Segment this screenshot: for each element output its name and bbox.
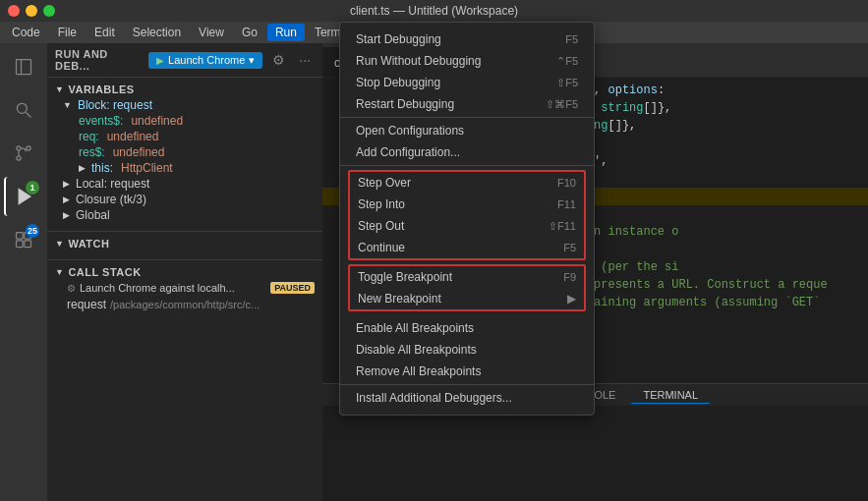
call-stack-request-item[interactable]: request /packages/common/http/src/c...	[47, 296, 322, 313]
menu-section-config: Open Configurations Add Configuration...	[340, 118, 594, 166]
menu-code[interactable]: Code	[4, 24, 48, 41]
activity-search[interactable]	[4, 90, 43, 130]
svg-line-3	[27, 113, 31, 118]
global-item[interactable]: ▶ Global	[47, 207, 322, 223]
closure-item[interactable]: ▶ Closure (tk/3)	[47, 192, 322, 207]
watch-header[interactable]: ▼ WATCH	[47, 236, 322, 251]
global-label: Global	[76, 208, 110, 222]
run-config-button[interactable]: ▶ Launch Chrome ▾	[148, 52, 262, 69]
paused-badge: PAUSED	[270, 282, 315, 294]
stop-debugging-label: Stop Debugging	[356, 76, 440, 89]
menu-start-debugging[interactable]: Start Debugging F5	[340, 28, 594, 50]
run-without-shortcut: ⌃F5	[556, 55, 578, 68]
menu-edit[interactable]: Edit	[87, 24, 123, 41]
menu-view[interactable]: View	[191, 24, 232, 41]
run-panel-title: RUN AND DEB...	[55, 48, 143, 72]
req-item[interactable]: req: undefined	[47, 129, 322, 144]
menu-remove-all[interactable]: Remove All Breakpoints	[340, 361, 594, 382]
menu-section-breakpoints: Toggle Breakpoint F9 New Breakpoint ▶	[348, 264, 586, 311]
watch-label: WATCH	[68, 238, 109, 250]
menu-new-breakpoint[interactable]: New Breakpoint ▶	[350, 288, 584, 309]
activity-explorer[interactable]	[4, 47, 43, 86]
svg-point-5	[17, 156, 21, 160]
step-into-shortcut: F11	[557, 198, 576, 210]
run-dropdown-menu: Start Debugging F5 Run Without Debugging…	[339, 22, 595, 416]
req-value: undefined	[107, 130, 159, 143]
maximize-button[interactable]	[43, 5, 55, 17]
events-item[interactable]: events$: undefined	[47, 113, 322, 129]
this-label: this:	[91, 161, 113, 175]
more-button[interactable]: ···	[295, 50, 315, 70]
menu-restart-debugging[interactable]: Restart Debugging ⇧⌘F5	[340, 93, 594, 115]
tab-terminal[interactable]: TERMINAL	[631, 387, 710, 404]
restart-debugging-shortcut: ⇧⌘F5	[546, 98, 578, 111]
menu-install-debuggers[interactable]: Install Additional Debuggers...	[340, 387, 594, 409]
menu-step-over[interactable]: Step Over F10	[350, 172, 584, 194]
menu-step-into[interactable]: Step Into F11	[350, 194, 584, 215]
continue-shortcut: F5	[563, 242, 576, 253]
this-item[interactable]: ▶ this: HttpClient	[47, 160, 322, 176]
menu-selection[interactable]: Selection	[125, 24, 189, 41]
variables-label: VARIABLES	[68, 84, 134, 95]
variables-chevron: ▼	[55, 84, 64, 94]
this-value: HttpClient	[121, 161, 173, 175]
step-out-label: Step Out	[358, 219, 404, 233]
menu-continue[interactable]: Continue F5	[350, 237, 584, 258]
events-value: undefined	[131, 114, 183, 128]
svg-rect-0	[17, 60, 31, 75]
this-expand-icon: ▶	[79, 163, 86, 173]
call-stack-file: /packages/common/http/src/c...	[110, 299, 260, 310]
minimize-button[interactable]	[26, 5, 37, 17]
svg-rect-11	[25, 241, 31, 248]
res-item[interactable]: res$: undefined	[47, 144, 322, 160]
step-out-shortcut: ⇧F11	[549, 220, 576, 233]
step-into-label: Step Into	[358, 197, 405, 211]
debug-badge: 1	[26, 181, 39, 195]
open-config-label: Open Configurations	[356, 124, 464, 138]
global-expand-icon: ▶	[63, 210, 70, 220]
local-request-item[interactable]: ▶ Local: request	[47, 176, 322, 192]
run-panel-header: RUN AND DEB... ▶ Launch Chrome ▾ ⚙ ···	[47, 43, 322, 78]
step-over-label: Step Over	[358, 176, 411, 190]
menu-toggle-breakpoint[interactable]: Toggle Breakpoint F9	[350, 266, 584, 288]
local-request-label: Local: request	[76, 177, 149, 191]
menu-run[interactable]: Run	[267, 24, 305, 41]
gear-button[interactable]: ⚙	[268, 50, 289, 70]
closure-label: Closure (tk/3)	[76, 193, 146, 206]
menu-step-out[interactable]: Step Out ⇧F11	[350, 215, 584, 237]
closure-expand-icon: ▶	[63, 195, 70, 204]
menu-open-config[interactable]: Open Configurations	[340, 120, 594, 141]
call-stack-header[interactable]: ▼ CALL STACK	[47, 264, 322, 280]
menu-go[interactable]: Go	[234, 24, 265, 41]
block-expand-icon: ▼	[63, 100, 72, 110]
block-request-label: Block: request	[78, 98, 152, 112]
menu-add-config[interactable]: Add Configuration...	[340, 141, 594, 163]
block-request-item[interactable]: ▼ Block: request	[47, 97, 322, 113]
toggle-bp-label: Toggle Breakpoint	[358, 270, 452, 284]
activity-debug[interactable]: 1	[4, 177, 43, 216]
menu-run-without-debugging[interactable]: Run Without Debugging ⌃F5	[340, 50, 594, 72]
add-config-label: Add Configuration...	[356, 145, 460, 159]
run-config-label: Launch Chrome	[168, 54, 245, 66]
call-stack-launch-item[interactable]: ⚙ Launch Chrome against localh... PAUSED	[47, 280, 322, 296]
title-bar: client.ts — Untitled (Workspace)	[0, 0, 868, 22]
close-button[interactable]	[8, 5, 20, 17]
menu-stop-debugging[interactable]: Stop Debugging ⇧F5	[340, 72, 594, 93]
menu-enable-all[interactable]: Enable All Breakpoints	[340, 317, 594, 339]
events-label: events$:	[79, 114, 123, 128]
activity-git[interactable]	[4, 134, 43, 173]
step-over-shortcut: F10	[557, 177, 576, 189]
launch-chrome-icon: ⚙	[67, 283, 76, 294]
menu-section-debug: Start Debugging F5 Run Without Debugging…	[340, 27, 594, 118]
watch-section: ▼ WATCH	[47, 231, 322, 255]
svg-point-6	[27, 146, 30, 150]
variables-header[interactable]: ▼ VARIABLES	[47, 82, 322, 97]
activity-extensions[interactable]: 25	[4, 220, 43, 259]
svg-point-4	[17, 146, 21, 150]
res-value: undefined	[113, 145, 165, 159]
menu-disable-all[interactable]: Disable All Breakpoints	[340, 339, 594, 361]
svg-rect-10	[17, 241, 24, 248]
watch-chevron: ▼	[55, 239, 64, 249]
res-label: res$:	[79, 145, 105, 159]
menu-file[interactable]: File	[50, 24, 85, 41]
